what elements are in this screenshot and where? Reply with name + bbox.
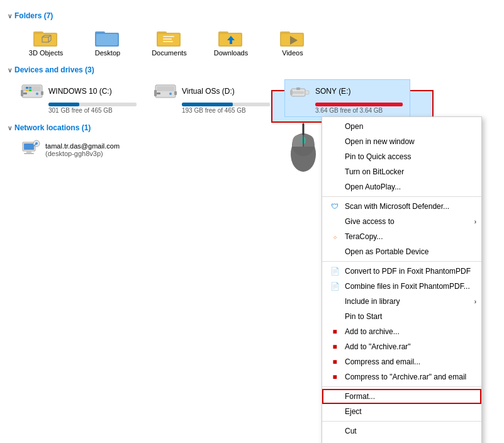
svg-point-53 — [35, 142, 38, 145]
menu-teracopy-label: TeraCopy... — [345, 232, 383, 241]
svg-rect-30 — [21, 90, 23, 96]
menu-open-new-window[interactable]: Open in new window — [322, 134, 481, 149]
menu-add-archive-rar[interactable]: ■ Add to "Archive.rar" — [322, 339, 481, 354]
bitlocker-icon — [330, 167, 340, 177]
menu-autoplay-label: Open AutoPlay... — [345, 182, 401, 191]
drive-e-bar — [315, 103, 403, 106]
separator-3 — [322, 386, 481, 387]
list-item[interactable]: Documents — [141, 25, 198, 59]
cut-icon — [330, 426, 340, 436]
menu-pin-start-label: Pin to Start — [345, 312, 382, 321]
drives-section-header[interactable]: Devices and drives (3) — [8, 65, 496, 74]
menu-foxit-combine-label: Combine files in Foxit PhantomPDF... — [345, 282, 470, 291]
menu-open[interactable]: Open — [322, 119, 481, 134]
give-access-icon — [330, 216, 340, 227]
menu-bitlocker[interactable]: Turn on BitLocker — [322, 164, 481, 179]
network-drive-icon — [20, 140, 40, 160]
open-new-icon — [330, 137, 340, 147]
menu-format[interactable]: Format... — [322, 389, 481, 404]
list-item[interactable]: Downloads — [203, 25, 259, 59]
menu-cut-label: Cut — [345, 427, 357, 435]
menu-pin-label: Pin to Quick access — [345, 152, 411, 161]
list-item[interactable]: Videos — [264, 25, 321, 59]
foxit-combine-icon: 📄 — [330, 281, 340, 291]
svg-rect-32 — [26, 87, 28, 89]
menu-open-label: Open — [345, 122, 363, 131]
network-details: tamal.tr.das@gmail.com (desktop-ggh8v3p) — [45, 142, 120, 157]
svg-rect-17 — [163, 41, 173, 42]
drive-d-bar — [182, 103, 270, 106]
mouse-visual — [286, 123, 321, 176]
folder-name: Desktop — [95, 49, 120, 57]
drive-item-e[interactable]: SONY (E:) 3.64 GB free of 3.64 GB — [284, 79, 410, 117]
menu-portable[interactable]: Open as Portable Device — [322, 244, 481, 259]
menu-compress-email[interactable]: ■ Compress and email... — [322, 354, 481, 369]
drive-item-c[interactable]: WINDOWS 10 (C:) 301 GB free of 465 GB — [18, 79, 143, 117]
folder-icon — [218, 28, 244, 48]
svg-rect-35 — [29, 89, 31, 91]
svg-rect-11 — [96, 34, 118, 45]
svg-rect-37 — [157, 86, 174, 91]
add-rar-icon: ■ — [330, 342, 340, 352]
menu-give-access[interactable]: Give access to › — [322, 214, 481, 229]
menu-cut[interactable]: Cut — [322, 423, 481, 439]
drive-c-name: WINDOWS 10 (C:) — [48, 87, 112, 96]
separator-1 — [322, 196, 481, 197]
library-icon — [330, 296, 340, 306]
menu-include-library[interactable]: Include in library › — [322, 294, 481, 309]
menu-add-archive[interactable]: ■ Add to archive... — [322, 324, 481, 339]
folder-icon — [95, 28, 120, 48]
menu-give-access-label: Give access to — [345, 217, 395, 226]
menu-eject[interactable]: Eject — [322, 404, 481, 419]
svg-rect-44 — [290, 90, 293, 95]
network-email: tamal.tr.das@gmail.com — [45, 142, 120, 150]
drive-d-name: Virtual OSs (D:) — [182, 87, 235, 96]
menu-foxit-combine[interactable]: 📄 Combine files in Foxit PhantomPDF... — [322, 279, 481, 294]
compress-rar-email-icon: ■ — [330, 372, 340, 382]
teracopy-icon: ⬦ — [330, 232, 340, 242]
menu-foxit-pdf[interactable]: 📄 Convert to PDF in Foxit PhantomPDF — [322, 264, 481, 279]
menu-compress-rar-email[interactable]: ■ Compress to "Archive.rar" and email — [322, 369, 481, 384]
network-host: (desktop-ggh8v3p) — [45, 150, 120, 157]
network-label: Network locations (1) — [14, 123, 91, 132]
menu-add-archive-label: Add to archive... — [345, 327, 400, 336]
folder-name: 3D Objects — [29, 49, 63, 57]
svg-rect-48 — [24, 143, 34, 150]
drive-e-fill — [315, 103, 403, 106]
pin-icon — [330, 152, 340, 162]
drive-item-d[interactable]: Virtual OSs (D:) 193 GB free of 465 GB — [151, 79, 277, 117]
menu-pin-start[interactable]: Pin to Start — [322, 309, 481, 324]
drive-icon-d — [154, 82, 177, 100]
give-access-arrow: › — [474, 218, 476, 225]
folder-icon — [157, 28, 182, 48]
svg-point-39 — [169, 93, 172, 95]
folder-icon — [33, 28, 59, 48]
network-item[interactable]: tamal.tr.das@gmail.com (desktop-ggh8v3p) — [18, 137, 143, 162]
add-archive-icon: ■ — [330, 327, 340, 337]
svg-rect-43 — [293, 91, 304, 94]
defender-icon: 🛡 — [330, 201, 340, 211]
menu-format-label: Format... — [345, 392, 375, 401]
menu-copy[interactable]: Copy — [322, 439, 481, 443]
format-icon — [330, 391, 340, 401]
menu-defender[interactable]: 🛡 Scan with Microsoft Defender... — [322, 199, 481, 214]
list-item[interactable]: Desktop — [79, 25, 136, 59]
drive-c-bar — [48, 103, 137, 106]
portable-icon — [330, 247, 340, 257]
menu-foxit-pdf-label: Convert to PDF in Foxit PhantomPDF — [345, 267, 471, 276]
autoplay-icon — [330, 182, 340, 192]
menu-defender-label: Scan with Microsoft Defender... — [345, 202, 449, 211]
separator-2 — [322, 261, 481, 262]
menu-open-new-label: Open in new window — [345, 137, 415, 146]
menu-autoplay[interactable]: Open AutoPlay... — [322, 179, 481, 194]
drive-icon-e — [288, 82, 310, 100]
open-icon — [330, 121, 340, 132]
menu-teracopy[interactable]: ⬦ TeraCopy... — [322, 229, 481, 244]
menu-bitlocker-label: Turn on BitLocker — [345, 167, 404, 176]
list-item[interactable]: 3D Objects — [18, 25, 74, 59]
svg-rect-45 — [305, 91, 309, 94]
drive-d-fill — [182, 103, 233, 106]
menu-pin-quick[interactable]: Pin to Quick access — [322, 149, 481, 164]
menu-compress-rar-email-label: Compress to "Archive.rar" and email — [345, 373, 466, 381]
folders-section-header[interactable]: Folders (7) — [8, 11, 496, 20]
